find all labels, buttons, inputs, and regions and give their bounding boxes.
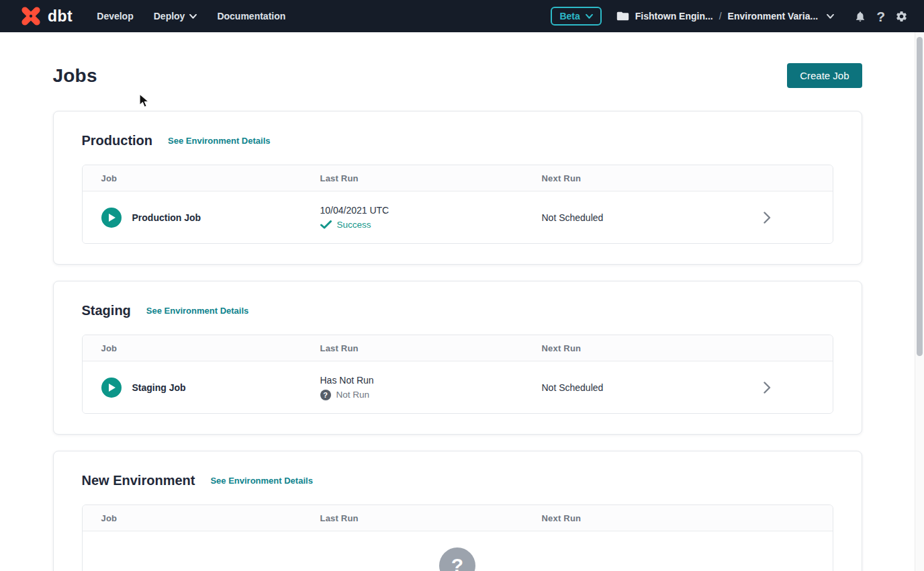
folder-icon [616, 11, 629, 21]
nav-develop[interactable]: Develop [97, 11, 133, 21]
question-circle-icon: ? [320, 390, 331, 400]
dbt-logo-icon [19, 4, 43, 28]
breadcrumb-account: Fishtown Engin... [635, 11, 713, 21]
nav-deploy-label: Deploy [154, 11, 185, 21]
column-header-job: Job [83, 173, 320, 183]
beta-dropdown[interactable]: Beta [551, 7, 601, 26]
environment-card-staging: Staging See Environment Details Job Last… [53, 281, 862, 435]
play-icon [109, 384, 116, 392]
nav-develop-label: Develop [97, 11, 133, 21]
chevron-down-icon [586, 14, 593, 19]
breadcrumb[interactable]: Fishtown Engin... / Environment Varia... [616, 11, 834, 21]
bell-icon [854, 10, 866, 23]
create-job-button[interactable]: Create Job [787, 63, 862, 88]
job-row-production-job[interactable]: Production Job 10/04/2021 UTC Success No… [83, 191, 833, 243]
page-title: Jobs [53, 65, 97, 87]
breadcrumb-current: Environment Varia... [728, 11, 819, 21]
scrollbar-track[interactable] [915, 32, 924, 571]
notifications-button[interactable] [854, 10, 866, 23]
nav-documentation-label: Documentation [217, 11, 285, 21]
job-name: Production Job [132, 212, 201, 223]
question-mark-icon: ? [876, 9, 885, 24]
nav-documentation[interactable]: Documentation [217, 11, 285, 21]
table-header-row: Job Last Run Next Run [83, 165, 833, 191]
brand-name: dbt [48, 7, 73, 26]
help-button[interactable]: ? [876, 9, 885, 24]
status-badge: Not Run [336, 390, 370, 400]
top-navbar: dbt Develop Deploy Documentation Beta Fi… [0, 0, 924, 32]
jobs-table: Job Last Run Next Run ? [82, 504, 833, 571]
environment-card-production: Production See Environment Details Job L… [53, 111, 862, 265]
scrollbar-thumb[interactable] [917, 37, 923, 356]
breadcrumb-separator: / [719, 11, 722, 21]
jobs-table: Job Last Run Next Run Production Job 10/… [82, 165, 833, 244]
status-badge: Success [337, 220, 371, 230]
chevron-right-icon[interactable] [764, 212, 771, 224]
play-icon [109, 214, 116, 222]
empty-state: ? [83, 531, 833, 571]
environment-name: Staging [82, 303, 131, 318]
column-header-next-run: Next Run [542, 513, 702, 523]
table-header-row: Job Last Run Next Run [83, 335, 833, 361]
jobs-table: Job Last Run Next Run Staging Job Has No… [82, 335, 833, 414]
column-header-last-run: Last Run [320, 343, 542, 353]
see-environment-details-link[interactable]: See Environment Details [146, 306, 248, 316]
environment-name: Production [82, 133, 153, 148]
gear-icon [895, 10, 908, 23]
beta-label: Beta [559, 11, 580, 21]
column-header-next-run: Next Run [542, 173, 702, 183]
main-content: Jobs Create Job Production See Environme… [0, 32, 915, 571]
chevron-down-icon [189, 14, 197, 19]
column-header-job: Job [83, 513, 320, 523]
next-run-value: Not Scheduled [542, 382, 604, 393]
environment-card-new-environment: New Environment See Environment Details … [53, 451, 862, 571]
main-navigation: Develop Deploy Documentation [97, 11, 285, 21]
column-header-last-run: Last Run [320, 173, 542, 183]
see-environment-details-link[interactable]: See Environment Details [210, 476, 312, 486]
last-run-date: 10/04/2021 UTC [320, 205, 542, 216]
table-header-row: Job Last Run Next Run [83, 505, 833, 531]
nav-deploy[interactable]: Deploy [154, 11, 197, 21]
chevron-right-icon[interactable] [764, 382, 771, 394]
last-run-date: Has Not Run [320, 375, 542, 386]
chevron-down-icon [827, 14, 834, 19]
topbar-icons: ? [854, 9, 908, 24]
job-name: Staging Job [132, 382, 186, 393]
run-job-button[interactable] [101, 378, 122, 398]
page-header: Jobs Create Job [53, 63, 862, 88]
settings-button[interactable] [895, 10, 908, 23]
environment-name: New Environment [82, 473, 195, 488]
column-header-next-run: Next Run [542, 343, 702, 353]
check-icon [320, 220, 332, 229]
column-header-job: Job [83, 343, 320, 353]
run-job-button[interactable] [101, 208, 122, 228]
see-environment-details-link[interactable]: See Environment Details [168, 136, 270, 146]
job-row-staging-job[interactable]: Staging Job Has Not Run ? Not Run Not Sc… [83, 361, 833, 413]
question-circle-icon: ? [439, 547, 475, 571]
dbt-brand[interactable]: dbt [19, 4, 73, 28]
column-header-last-run: Last Run [320, 513, 542, 523]
next-run-value: Not Scheduled [542, 212, 604, 223]
topbar-right: Beta Fishtown Engin... / Environment Var… [551, 7, 908, 26]
